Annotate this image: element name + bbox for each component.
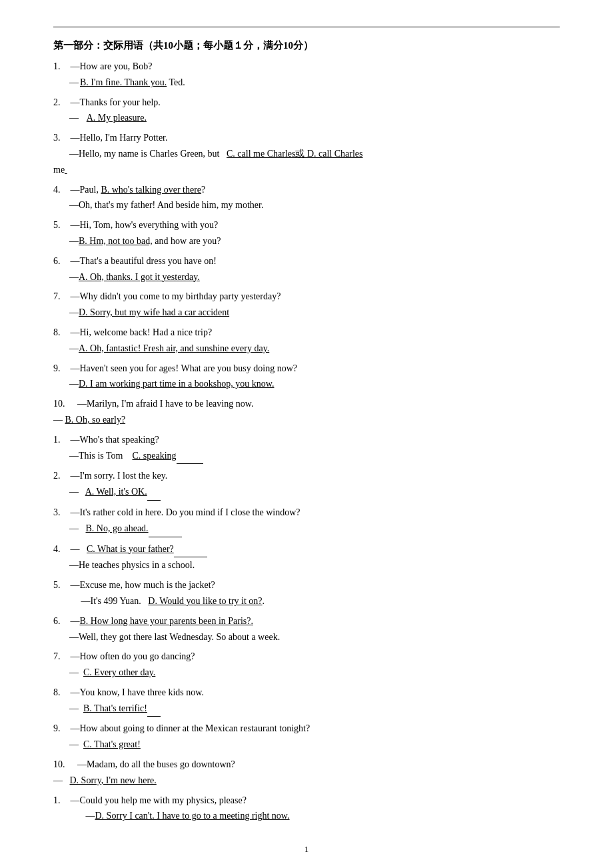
answer-text: D. Sorry, but my wife had a car accident: [79, 307, 229, 317]
answer-text: D. I am working part time in a bookshop,…: [79, 379, 274, 389]
list-item: 3. —It's rather cold in here. Do you min…: [53, 505, 560, 537]
answer-text: B. Oh, so early?: [65, 415, 126, 425]
answer-text: B. No, go ahead.: [86, 523, 149, 533]
item-question: —That's a beautiful dress you have on!: [71, 256, 217, 266]
answer-text: C. speaking: [132, 451, 176, 461]
list-item: 4. — C. What is your father? —He teaches…: [53, 541, 560, 574]
answer-text: A. Oh, fantastic! Fresh air, and sunshin…: [79, 343, 269, 353]
answer-text: A. Well, it's OK.: [85, 487, 147, 497]
item-num: 9.: [53, 361, 68, 377]
group2: 1. —Who's that speaking? —This is Tom C.…: [53, 432, 560, 789]
item-question: —Could you help me with my physics, plea…: [71, 795, 247, 805]
list-item: 9. —Haven't seen you for ages! What are …: [53, 361, 560, 393]
item-answer: —A. Oh, fantastic! Fresh air, and sunshi…: [69, 341, 560, 357]
answer-text: A. My pleasure.: [87, 113, 147, 123]
item-answer: — B. Oh, so early?: [53, 412, 560, 428]
item-answer: —D. I am working part time in a bookshop…: [69, 376, 560, 392]
item-question: —How about going to dinner at the Mexica…: [71, 723, 310, 733]
item-num: 7.: [53, 649, 68, 665]
answer-text: C. Every other day.: [83, 667, 155, 677]
list-item: 8. —You know, I have three kids now. — B…: [53, 685, 560, 717]
page-number: 1: [53, 844, 560, 855]
item-answer: —A. Oh, thanks. I got it yesterday.: [69, 269, 560, 285]
item-answer: — C. Every other day.: [69, 665, 560, 681]
list-item: 10. —Marilyn, I'm afraid I have to be le…: [53, 396, 560, 428]
item-question: —How are you, Bob?: [71, 61, 153, 71]
list-item: 6. —B. How long have your parents been i…: [53, 613, 560, 645]
item-num: 5.: [53, 577, 68, 593]
item-num: 4.: [53, 541, 68, 557]
item-num: 4.: [53, 182, 68, 198]
answer-text: B. I'm fine. Thank you.: [80, 77, 167, 87]
item-question: —You know, I have three kids now.: [71, 687, 205, 697]
item-num: 6.: [53, 613, 68, 629]
list-item: 10. —Madam, do all the buses go downtown…: [53, 757, 560, 789]
item-answer: — C. That's great!: [69, 737, 560, 753]
group3: 1. —Could you help me with my physics, p…: [53, 793, 560, 825]
list-item: 7. —Why didn't you come to my birthday p…: [53, 289, 560, 321]
item-answer: —D. Sorry, but my wife had a car acciden…: [69, 305, 560, 321]
answer-text: B. That's terrific!: [83, 703, 147, 713]
answer-text: B. Hm, not too bad,: [79, 236, 153, 246]
item-question: —I'm sorry. I lost the key.: [71, 471, 168, 481]
item-answer: —This is Tom C. speaking: [69, 448, 560, 465]
list-item: 1. —Who's that speaking? —This is Tom C.…: [53, 432, 560, 465]
item-answer: —It's 499 Yuan. D. Would you like to try…: [69, 593, 560, 609]
item-question: —Marilyn, I'm afraid I have to be leavin…: [71, 399, 254, 409]
item-answer: — D. Sorry, I'm new here.: [53, 773, 560, 789]
item-num: 10.: [53, 396, 68, 412]
item-num: 9.: [53, 721, 68, 737]
list-item: 2. —I'm sorry. I lost the key. — A. Well…: [53, 468, 560, 501]
answer-text: C. That's great!: [83, 739, 141, 749]
item-answer: — A. My pleasure.: [69, 110, 560, 126]
answer-text: C. call me Charles或 D. call Charles: [227, 149, 363, 159]
item-answer: —D. Sorry I can't. I have to go to a mee…: [69, 808, 560, 824]
item-num: 10.: [53, 757, 68, 773]
item-question: —Excuse me, how much is the jacket?: [71, 580, 215, 590]
list-item: 4. —Paul, B. who's talking over there? —…: [53, 182, 560, 214]
item-answer: — B. That's terrific!: [69, 701, 560, 717]
item-question: —Thanks for your help.: [71, 97, 161, 107]
item-answer: — A. Well, it's OK.: [69, 484, 560, 501]
item-question: —Why didn't you come to my birthday part…: [71, 291, 281, 301]
item-question: —Haven't seen you for ages! What are you…: [71, 363, 298, 373]
item-num: 2.: [53, 468, 68, 484]
item-answer: — B. No, go ahead.: [69, 521, 560, 537]
answer-text: D. Would you like to try it on?: [148, 596, 262, 606]
item-answer: —Oh, that's my father! And beside him, m…: [69, 197, 560, 213]
item-num: 3.: [53, 130, 68, 146]
list-item: 5. —Excuse me, how much is the jacket? —…: [53, 577, 560, 609]
list-item: 8. —Hi, welcome back! Had a nice trip? —…: [53, 325, 560, 357]
item-question: — C. What is your father?: [71, 544, 207, 554]
list-item: 5. —Hi, Tom, how's everything with you? …: [53, 217, 560, 249]
item-question: —Hi, welcome back! Had a nice trip?: [71, 327, 213, 337]
item-num: 6.: [53, 253, 68, 269]
list-item: 7. —How often do you go dancing? — C. Ev…: [53, 649, 560, 681]
list-item: 1. —How are you, Bob? —B. I'm fine. Than…: [53, 59, 560, 91]
list-item: 9. —How about going to dinner at the Mex…: [53, 721, 560, 753]
top-divider: [53, 27, 560, 27]
item-answer: —B. Hm, not too bad, and how are you?: [69, 233, 560, 249]
item-answer: —Well, they got there last Wednesday. So…: [69, 629, 560, 645]
item-num: 7.: [53, 289, 68, 305]
item-question: —Paul, B. who's talking over there?: [71, 185, 206, 195]
list-item: 3. —Hello, I'm Harry Potter. —Hello, my …: [53, 130, 560, 177]
list-item: 6. —That's a beautiful dress you have on…: [53, 253, 560, 285]
item-answer: —He teaches physics in a school.: [69, 557, 560, 573]
item-question: —B. How long have your parents been in P…: [71, 616, 254, 626]
answer-text: D. Sorry I can't. I have to go to a meet…: [95, 811, 290, 821]
item-question: —How often do you go dancing?: [71, 651, 195, 661]
item-num: 1.: [53, 793, 68, 809]
list-item: 1. —Could you help me with my physics, p…: [53, 793, 560, 825]
section-title: 第一部分：交际用语（共10小题；每小题１分，满分10分）: [53, 39, 560, 52]
item-question: —Hello, I'm Harry Potter.: [71, 133, 168, 143]
answer-text: D. Sorry, I'm new here.: [70, 775, 157, 785]
item-num: 8.: [53, 325, 68, 341]
group1: 1. —How are you, Bob? —B. I'm fine. Than…: [53, 59, 560, 428]
item-answer: —Hello, my name is Charles Green, but C.…: [69, 146, 560, 162]
item-num: 3.: [53, 505, 68, 521]
item-question: —Madam, do all the buses go downtown?: [71, 759, 235, 769]
item-answer-cont: me: [53, 162, 560, 178]
item-num: 8.: [53, 685, 68, 701]
item-num: 1.: [53, 59, 68, 75]
